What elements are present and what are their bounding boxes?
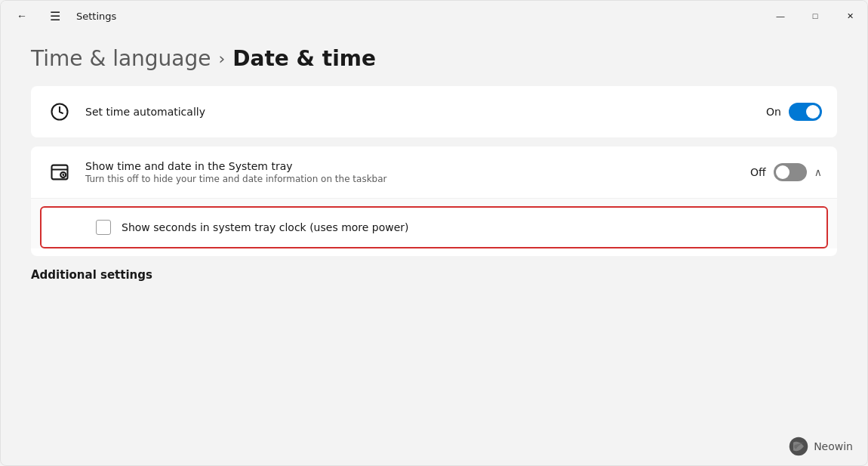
maximize-button[interactable]: □ — [798, 1, 833, 31]
additional-settings-heading: Additional settings — [31, 268, 837, 282]
neowin-watermark: Neowin — [788, 436, 853, 457]
set-time-control: On — [766, 103, 822, 121]
set-time-toggle-thumb — [806, 105, 820, 119]
show-time-date-control: Off ∧ — [750, 163, 822, 181]
neowin-logo-icon — [788, 436, 809, 457]
breadcrumb-separator: › — [219, 49, 226, 68]
show-seconds-checkbox[interactable] — [96, 220, 111, 235]
set-time-toggle-track — [789, 103, 822, 121]
breadcrumb-parent[interactable]: Time & language — [31, 46, 211, 71]
show-time-date-text: Show time and date in the System tray Tu… — [85, 160, 738, 184]
set-time-automatically-card: Set time automatically On — [31, 86, 837, 137]
show-seconds-row: Show seconds in system tray clock (uses … — [40, 206, 828, 248]
show-time-date-label: Show time and date in the System tray — [85, 160, 738, 172]
show-time-date-desc: Turn this off to hide your time and date… — [85, 174, 738, 184]
neowin-label: Neowin — [814, 440, 853, 452]
show-time-date-toggle[interactable] — [774, 163, 807, 181]
set-time-label-wrapper: Set time automatically — [85, 106, 754, 118]
show-time-date-toggle-track — [774, 163, 807, 181]
main-content: Time & language › Date & time Set time a… — [1, 31, 867, 465]
set-time-state-label: On — [766, 106, 781, 118]
calendar-clock-icon — [46, 159, 73, 186]
hamburger-button[interactable]: ☰ — [43, 4, 67, 28]
show-time-date-expanded: Show seconds in system tray clock (uses … — [31, 198, 837, 248]
minimize-button[interactable]: — — [763, 1, 798, 31]
show-time-date-row: Show time and date in the System tray Tu… — [31, 147, 837, 198]
show-seconds-label: Show seconds in system tray clock (uses … — [122, 221, 409, 233]
clock-icon — [46, 98, 73, 125]
close-button[interactable]: ✕ — [833, 1, 867, 31]
breadcrumb: Time & language › Date & time — [31, 46, 837, 71]
window-controls: — □ ✕ — [763, 1, 867, 31]
breadcrumb-current: Date & time — [232, 46, 376, 71]
window-title: Settings — [76, 11, 116, 22]
show-time-date-toggle-thumb — [776, 165, 790, 179]
set-time-automatically-row: Set time automatically On — [31, 86, 837, 137]
title-bar: ← ☰ Settings — □ ✕ — [1, 1, 867, 31]
set-time-label: Set time automatically — [85, 106, 754, 118]
show-time-date-card: Show time and date in the System tray Tu… — [31, 147, 837, 256]
back-button[interactable]: ← — [10, 4, 34, 28]
set-time-toggle[interactable] — [789, 103, 822, 121]
show-time-date-state-label: Off — [750, 166, 766, 178]
show-time-date-chevron[interactable]: ∧ — [814, 166, 822, 178]
